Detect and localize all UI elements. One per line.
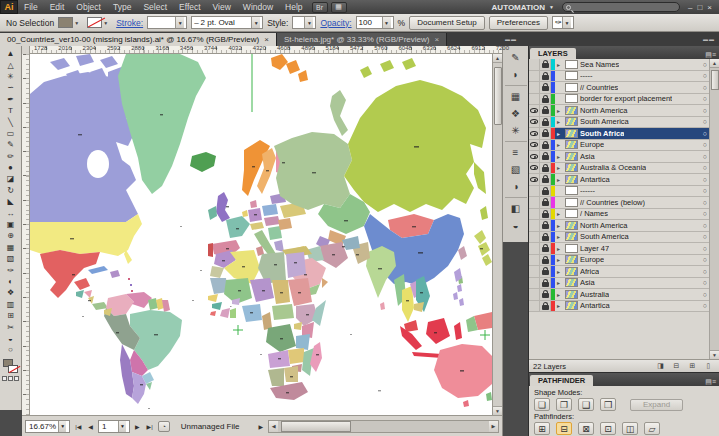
none-button[interactable] bbox=[14, 376, 19, 381]
color-mode-buttons[interactable] bbox=[2, 376, 19, 381]
layer-thumbnail[interactable] bbox=[565, 186, 578, 195]
fill-stroke-indicator[interactable] bbox=[2, 358, 20, 374]
type-tool[interactable]: T bbox=[2, 105, 20, 116]
visibility-toggle[interactable] bbox=[529, 197, 540, 208]
eyedropper-tool[interactable]: ✑ bbox=[2, 264, 20, 275]
shape-mode-intersect-button[interactable]: ❑ bbox=[578, 398, 594, 411]
visibility-toggle[interactable] bbox=[529, 243, 540, 254]
lock-toggle[interactable] bbox=[540, 82, 551, 93]
ruler-origin-corner[interactable] bbox=[22, 46, 30, 54]
symbol-sprayer-tool[interactable]: ❖ bbox=[2, 287, 20, 298]
layer-name[interactable]: North America bbox=[580, 106, 628, 115]
stroke-link[interactable]: Stroke: bbox=[116, 18, 143, 28]
lock-toggle[interactable] bbox=[540, 59, 551, 70]
layer-name[interactable]: Africa bbox=[580, 267, 599, 276]
lock-toggle[interactable] bbox=[540, 151, 551, 162]
layer-thumbnail[interactable] bbox=[565, 83, 578, 92]
search-input[interactable] bbox=[562, 2, 680, 12]
target-circle-icon[interactable]: ○ bbox=[703, 72, 707, 79]
target-circle-icon[interactable]: ○ bbox=[703, 61, 707, 68]
opacity-input[interactable]: 100▼ bbox=[356, 16, 394, 29]
magic-wand-tool[interactable]: ✳ bbox=[2, 71, 20, 82]
layer-thumbnail[interactable] bbox=[565, 71, 578, 80]
layer-row[interactable]: // Countries (below)○ bbox=[529, 197, 719, 209]
layer-row[interactable]: -----○ bbox=[529, 71, 719, 83]
layer-row[interactable]: ▸Europe○ bbox=[529, 140, 719, 152]
preferences-button[interactable]: Preferences bbox=[489, 16, 548, 30]
layer-content[interactable]: ▸North America○ bbox=[555, 105, 719, 116]
layers-scroll-down-icon[interactable]: ▼ bbox=[710, 350, 719, 359]
layer-content[interactable]: ▸Africa○ bbox=[555, 266, 719, 277]
layer-row[interactable]: ▸Australia○ bbox=[529, 289, 719, 301]
visibility-toggle[interactable] bbox=[529, 186, 540, 197]
minimize-button[interactable]: – bbox=[688, 3, 692, 12]
layer-thumbnail[interactable] bbox=[565, 94, 578, 103]
disclosure-triangle-icon[interactable]: ▸ bbox=[557, 107, 563, 114]
layer-name[interactable]: ------ bbox=[580, 186, 595, 195]
layer-content[interactable]: ▸Antartica○ bbox=[555, 301, 719, 312]
lock-toggle[interactable] bbox=[540, 301, 551, 312]
visibility-toggle[interactable] bbox=[529, 117, 540, 128]
layer-content[interactable]: ▸Europe○ bbox=[555, 140, 719, 151]
layer-thumbnail[interactable] bbox=[565, 175, 578, 184]
tab-close-icon[interactable]: × bbox=[434, 35, 439, 44]
panel-collapse-icon[interactable]: ▬▬ bbox=[703, 36, 715, 42]
last-artboard-button[interactable]: ▶| bbox=[145, 423, 155, 430]
lock-toggle[interactable] bbox=[540, 289, 551, 300]
swatches-panel-icon[interactable]: ▦ bbox=[506, 88, 526, 105]
blob-brush-tool[interactable]: ● bbox=[2, 162, 20, 173]
layers-scroll-up-icon[interactable]: ▲ bbox=[710, 59, 719, 68]
layer-row[interactable]: ▸Antartica○ bbox=[529, 174, 719, 186]
horizontal-scrollbar[interactable]: ◀ ▶ bbox=[268, 420, 499, 433]
layer-content[interactable]: ▸Europe○ bbox=[555, 255, 719, 266]
rectangle-tool[interactable]: ▭ bbox=[2, 128, 20, 139]
layer-content[interactable]: ------○ bbox=[555, 186, 719, 197]
lock-toggle[interactable] bbox=[540, 266, 551, 277]
new-sublayer-button[interactable]: ⊟ bbox=[670, 361, 683, 371]
layer-content[interactable]: ▸Australia & Oceania○ bbox=[555, 163, 719, 174]
lock-toggle[interactable] bbox=[540, 128, 551, 139]
layer-row[interactable]: ▸Sea Names○ bbox=[529, 59, 719, 71]
disclosure-triangle-icon[interactable]: ▸ bbox=[557, 130, 563, 137]
visibility-toggle[interactable] bbox=[529, 209, 540, 220]
lock-toggle[interactable] bbox=[540, 186, 551, 197]
visibility-toggle[interactable] bbox=[529, 289, 540, 300]
pathfinder-trim-button[interactable]: ⊟ bbox=[556, 422, 572, 435]
visibility-toggle[interactable] bbox=[529, 94, 540, 105]
target-circle-icon[interactable]: ○ bbox=[703, 268, 707, 275]
layer-content[interactable]: ▸Layer 47○ bbox=[555, 243, 719, 254]
appearance-panel-icon[interactable]: ◗ bbox=[506, 66, 526, 83]
target-circle-icon[interactable]: ○ bbox=[703, 279, 707, 286]
free-transform-tool[interactable]: ▣ bbox=[2, 219, 20, 230]
visibility-toggle[interactable] bbox=[529, 255, 540, 266]
previous-artboard-button[interactable]: ◀ bbox=[86, 423, 95, 430]
symbols-panel-icon[interactable]: ✳ bbox=[506, 122, 526, 139]
tab-pathfinder[interactable]: PATHFINDER bbox=[530, 375, 593, 386]
visibility-toggle[interactable] bbox=[529, 266, 540, 277]
disclosure-triangle-icon[interactable]: ▸ bbox=[557, 118, 563, 125]
menu-item-file[interactable]: File bbox=[18, 2, 44, 12]
target-circle-icon[interactable]: ○ bbox=[703, 302, 707, 309]
lock-toggle[interactable] bbox=[540, 243, 551, 254]
layer-row[interactable]: ▸South America○ bbox=[529, 232, 719, 244]
lock-toggle[interactable] bbox=[540, 197, 551, 208]
lock-toggle[interactable] bbox=[540, 174, 551, 185]
vertical-scrollbar[interactable]: ▲ ▼ bbox=[492, 54, 502, 415]
disclosure-triangle-icon[interactable]: ▸ bbox=[557, 61, 563, 68]
hand-tool[interactable]: ◒ bbox=[2, 333, 20, 344]
first-artboard-button[interactable]: |◀ bbox=[73, 423, 83, 430]
gradient-button[interactable] bbox=[8, 376, 13, 381]
layer-name[interactable]: Layer 47 bbox=[580, 244, 609, 253]
disclosure-triangle-icon[interactable]: ▸ bbox=[557, 153, 563, 160]
layer-content[interactable]: ▸Antartica○ bbox=[555, 174, 719, 185]
status-flyout-icon[interactable]: ▶ bbox=[256, 423, 265, 430]
shape-mode-exclude-button[interactable]: ❒ bbox=[600, 398, 616, 411]
layer-name[interactable]: Antartica bbox=[580, 301, 610, 310]
visibility-toggle[interactable] bbox=[529, 105, 540, 116]
disclosure-triangle-icon[interactable]: ▸ bbox=[557, 268, 563, 275]
eraser-tool[interactable]: ◪ bbox=[2, 173, 20, 184]
slice-tool[interactable]: ✂ bbox=[2, 321, 20, 332]
layer-name[interactable]: border for export placement bbox=[580, 94, 672, 103]
target-circle-icon[interactable]: ○ bbox=[703, 291, 707, 298]
layer-row[interactable]: ▸South America○ bbox=[529, 117, 719, 129]
